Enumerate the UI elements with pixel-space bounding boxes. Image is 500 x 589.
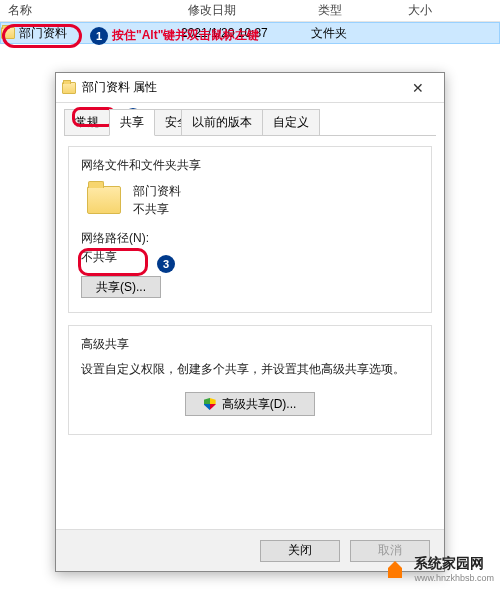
annotation-badge-3: 3 (157, 255, 175, 273)
properties-dialog: 部门资料 属性 ✕ 常规 共享 安全 以前的版本 自定义 网络文件和文件夹共享 … (55, 72, 445, 572)
tab-general[interactable]: 常规 (64, 109, 110, 135)
watermark-title: 系统家园网 (414, 555, 484, 571)
house-icon (386, 558, 408, 580)
share-button[interactable]: 共享(S)... (81, 276, 161, 298)
col-type-header[interactable]: 类型 (310, 2, 400, 19)
close-footer-button[interactable]: 关闭 (260, 540, 340, 562)
close-button[interactable]: ✕ (398, 74, 438, 102)
explorer-header: 名称 修改日期 类型 大小 (0, 0, 500, 22)
row-type: 文件夹 (311, 25, 401, 42)
tab-customize[interactable]: 自定义 (262, 109, 320, 135)
col-size-header[interactable]: 大小 (400, 2, 460, 19)
tab-previous-versions[interactable]: 以前的版本 (181, 109, 263, 135)
network-path-value: 不共享 (81, 249, 419, 266)
tab-sharing[interactable]: 共享 (109, 109, 155, 136)
share-state: 不共享 (133, 200, 181, 218)
tab-security[interactable]: 安全 (154, 109, 182, 135)
group-share-title: 网络文件和文件夹共享 (81, 157, 419, 174)
group-advanced-sharing: 高级共享 设置自定义权限，创建多个共享，并设置其他高级共享选项。 高级共享(D)… (68, 325, 432, 435)
dialog-content: 网络文件和文件夹共享 部门资料 不共享 网络路径(N): 不共享 共享(S)..… (56, 136, 444, 529)
annotation-badge-1: 1 (90, 27, 108, 45)
group-network-sharing: 网络文件和文件夹共享 部门资料 不共享 网络路径(N): 不共享 共享(S)..… (68, 146, 432, 313)
annotation-tip-text: 按住"Alt"键并双击鼠标左键 (112, 27, 259, 44)
adv-description: 设置自定义权限，创建多个共享，并设置其他高级共享选项。 (81, 361, 419, 378)
adv-btn-label: 高级共享(D)... (222, 396, 297, 413)
group-adv-title: 高级共享 (81, 336, 419, 353)
folder-icon (1, 27, 15, 39)
watermark-url: www.hnzkhbsb.com (414, 573, 494, 583)
network-path-label: 网络路径(N): (81, 230, 419, 247)
folder-icon (62, 82, 76, 94)
shield-icon (204, 398, 216, 410)
folder-icon-large (87, 186, 121, 214)
dialog-title: 部门资料 属性 (82, 79, 157, 96)
share-folder-name: 部门资料 (133, 182, 181, 200)
row-name: 部门资料 (19, 25, 67, 42)
dialog-titlebar[interactable]: 部门资料 属性 ✕ (56, 73, 444, 103)
watermark: 系统家园网 www.hnzkhbsb.com (386, 555, 494, 583)
col-date-header[interactable]: 修改日期 (180, 2, 310, 19)
col-name-header[interactable]: 名称 (0, 2, 180, 19)
tab-strip: 常规 共享 安全 以前的版本 自定义 (56, 103, 444, 135)
advanced-sharing-button[interactable]: 高级共享(D)... (185, 392, 315, 416)
